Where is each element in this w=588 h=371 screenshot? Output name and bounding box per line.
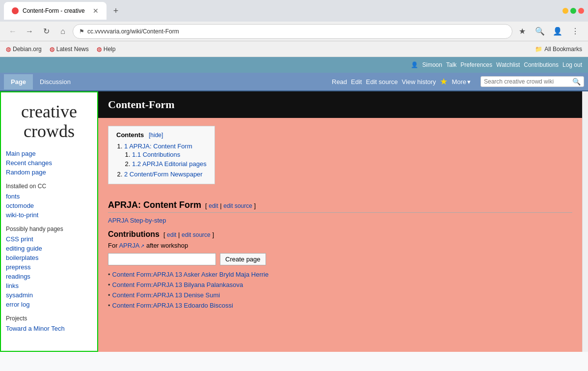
sidebar-nav-section: Main page Recent changes Random page bbox=[6, 149, 92, 177]
aprja-step-by-step-link[interactable]: APRJA Step-by-step bbox=[108, 217, 166, 224]
all-bookmarks[interactable]: 📁 All Bookmarks bbox=[535, 46, 582, 53]
bookmark-latest-news[interactable]: ◍ Latest News bbox=[50, 46, 89, 53]
tab-view-history[interactable]: View history bbox=[402, 78, 436, 86]
toc-item-1-1[interactable]: 1.1 Contributions bbox=[132, 150, 207, 159]
bookmark-star-button[interactable]: ★ bbox=[515, 25, 529, 38]
toc-link-1-2[interactable]: 1.2 APRJA Editorial pages bbox=[132, 160, 207, 168]
toc-link-1[interactable]: 1 APRJA: Content Form bbox=[124, 143, 192, 150]
sidebar-installed-section: Installed on CC fonts octomode wiki-to-p… bbox=[6, 183, 92, 220]
window-maximize-button[interactable] bbox=[570, 8, 576, 14]
browser-chrome: Content-Form - creative ✕ + ← → ↻ ⌂ ⚑ cc… bbox=[0, 0, 588, 57]
create-page-input[interactable] bbox=[108, 253, 216, 265]
forward-button[interactable]: → bbox=[23, 25, 36, 38]
toc-item-2[interactable]: 2 Content/Form Newspaper bbox=[124, 170, 207, 179]
toc-link-2[interactable]: 2 Content/Form Newspaper bbox=[124, 171, 203, 178]
bookmark-help[interactable]: ◍ Help bbox=[97, 46, 116, 53]
list-link-0[interactable]: Content Form:APRJA 13 Asker Asker Bryld … bbox=[112, 271, 269, 278]
sidebar-item-octomode[interactable]: octomode bbox=[6, 201, 92, 210]
table-of-contents: Contents [hide] 1 APRJA: Content Form 1.… bbox=[108, 126, 215, 184]
installed-section-title: Installed on CC bbox=[6, 183, 92, 190]
list-link-3[interactable]: Content Form:APRJA 13 Edoardo Biscossi bbox=[112, 302, 233, 309]
search-input[interactable] bbox=[484, 78, 572, 85]
sidebar-projects-section: Projects Toward a Minor Tech bbox=[6, 315, 92, 333]
bookmark-debian[interactable]: ◍ Debian.org bbox=[6, 46, 42, 53]
list-link-1[interactable]: Content Form:APRJA 13 Bilyana Palankasov… bbox=[112, 281, 243, 288]
contributions-edit-link[interactable]: edit bbox=[167, 231, 176, 238]
profile-button[interactable]: 👤 bbox=[551, 25, 564, 38]
menu-button[interactable]: ⋮ bbox=[568, 25, 582, 38]
sidebar-item-links[interactable]: links bbox=[6, 281, 92, 290]
list-item: Content Form:APRJA 13 Asker Asker Bryld … bbox=[108, 269, 572, 280]
sidebar-item-readings[interactable]: readings bbox=[6, 272, 92, 281]
section-1-edit-link[interactable]: edit bbox=[209, 202, 218, 209]
browser-tab[interactable]: Content-Form - creative ✕ bbox=[4, 2, 107, 20]
aprja-step-by-step-para: APRJA Step-by-step bbox=[108, 217, 572, 224]
back-button[interactable]: ← bbox=[6, 25, 20, 38]
contributions-title: Contributions bbox=[108, 230, 160, 239]
create-page-button[interactable]: Create page bbox=[220, 253, 266, 265]
site-logo: creative crowds bbox=[6, 98, 92, 149]
window-close-button[interactable] bbox=[578, 8, 584, 14]
toc-title: Contents bbox=[116, 131, 144, 139]
home-button[interactable]: ⌂ bbox=[56, 25, 70, 38]
tab-edit[interactable]: Edit bbox=[351, 78, 362, 86]
tab-close-button[interactable]: ✕ bbox=[93, 7, 99, 15]
sidebar-item-css-print[interactable]: CSS print bbox=[6, 234, 92, 244]
tab-read[interactable]: Read bbox=[332, 78, 347, 86]
toc-item-1-2[interactable]: 1.2 APRJA Editorial pages bbox=[132, 159, 207, 169]
toc-link-1-1[interactable]: 1.1 Contributions bbox=[132, 151, 180, 158]
for-aprja-para: For APRJA after workshop bbox=[108, 242, 572, 249]
bookmark-label: Latest News bbox=[56, 46, 89, 53]
tab-discussion[interactable]: Discussion bbox=[33, 74, 78, 89]
toc-item-1[interactable]: 1 APRJA: Content Form 1.1 Contributions bbox=[124, 142, 207, 170]
search-box[interactable]: 🔍 bbox=[481, 76, 584, 87]
window-minimize-button[interactable] bbox=[562, 8, 568, 14]
tab-edit-source[interactable]: Edit source bbox=[366, 78, 398, 86]
contributions-edit-source-link[interactable]: edit source bbox=[182, 231, 211, 238]
url-text: cc.vvvvvaria.org/wiki/Content-Form bbox=[87, 28, 506, 35]
tab-page[interactable]: Page bbox=[4, 74, 33, 89]
preferences-link[interactable]: Preferences bbox=[460, 61, 492, 68]
sidebar-handy-section: Possibly handy pages CSS print editing g… bbox=[6, 226, 92, 309]
projects-section-title: Projects bbox=[6, 315, 92, 322]
username-link[interactable]: Simoon bbox=[422, 61, 442, 68]
search-button[interactable]: 🔍 bbox=[572, 78, 581, 86]
sidebar-item-editing-guide[interactable]: editing guide bbox=[6, 244, 92, 253]
scrollbar-track[interactable] bbox=[582, 91, 588, 352]
new-tab-button[interactable]: + bbox=[109, 4, 123, 18]
bookmark-icon: ◍ bbox=[97, 46, 102, 53]
bookmarks-bar: ◍ Debian.org ◍ Latest News ◍ Help 📁 All … bbox=[0, 41, 588, 57]
sidebar-item-wiki-to-print[interactable]: wiki-to-print bbox=[6, 210, 92, 220]
wiki-main: creative crowds Main page Recent changes… bbox=[0, 91, 588, 352]
sidebar-item-sysadmin[interactable]: sysadmin bbox=[6, 290, 92, 300]
create-page-form: Create page bbox=[108, 253, 572, 265]
list-link-2[interactable]: Content Form:APRJA 13 Denise Sumi bbox=[112, 291, 220, 299]
sidebar-item-error-log[interactable]: error log bbox=[6, 300, 92, 309]
watchlist-link[interactable]: Watchlist bbox=[496, 61, 520, 68]
content-area: Content-Form Contents [hide] 1 APRJA: Co… bbox=[98, 91, 582, 352]
sidebar-item-prepress[interactable]: prepress bbox=[6, 262, 92, 272]
talk-link[interactable]: Talk bbox=[446, 61, 456, 68]
sidebar-item-boilerplates[interactable]: boilerplates bbox=[6, 253, 92, 262]
tab-more-button[interactable]: More ▾ bbox=[452, 78, 471, 86]
reload-button[interactable]: ↻ bbox=[39, 25, 53, 38]
toc-hide-button[interactable]: [hide] bbox=[149, 132, 163, 139]
contributions-link[interactable]: Contributions bbox=[524, 61, 559, 68]
address-bar[interactable]: ⚑ cc.vvvvvaria.org/wiki/Content-Form bbox=[73, 24, 512, 39]
sidebar-item-recent-changes[interactable]: Recent changes bbox=[6, 158, 92, 168]
tab-star[interactable]: ★ bbox=[440, 76, 448, 87]
browser-actions: ★ 🔍 👤 ⋮ bbox=[515, 25, 582, 38]
sidebar-item-main-page[interactable]: Main page bbox=[6, 149, 92, 158]
page-tabs: Page Discussion Read Edit Edit source Vi… bbox=[0, 73, 588, 91]
sidebar-item-fonts[interactable]: fonts bbox=[6, 192, 92, 201]
tab-title: Content-Form - creative bbox=[23, 7, 85, 14]
list-item: Content Form:APRJA 13 Bilyana Palankasov… bbox=[108, 280, 572, 290]
aprja-external-link[interactable]: APRJA bbox=[119, 242, 144, 249]
lens-button[interactable]: 🔍 bbox=[533, 25, 547, 38]
bookmark-label: Help bbox=[104, 46, 116, 53]
logout-link[interactable]: Log out bbox=[562, 61, 582, 68]
section-1-edit-source-link[interactable]: edit source bbox=[223, 202, 252, 209]
sidebar-item-toward-minor-tech[interactable]: Toward a Minor Tech bbox=[6, 324, 92, 333]
tabs-actions: Read Edit Edit source View history ★ Mor… bbox=[332, 76, 584, 87]
sidebar-item-random-page[interactable]: Random page bbox=[6, 168, 92, 177]
